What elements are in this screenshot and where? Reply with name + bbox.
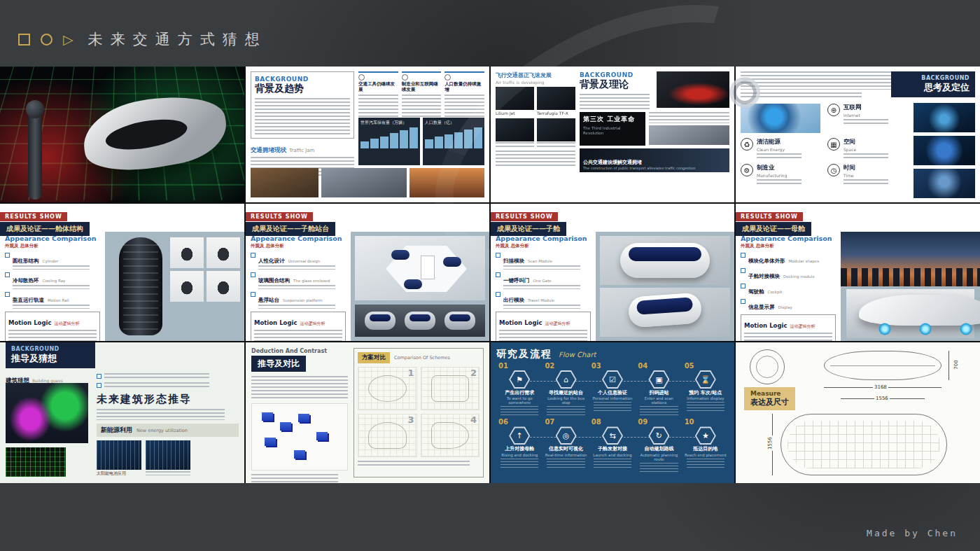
text-lines: [844, 119, 888, 125]
text-lines: [580, 94, 650, 109]
station-icon: ⌂: [557, 372, 575, 387]
dimension-width: 3168: [873, 384, 888, 390]
flying-car-cell: Lilium Jet: [496, 87, 534, 116]
trend-column-title: 交通工具仍继续发展: [358, 82, 398, 93]
docking-icon: ⇆: [603, 428, 622, 443]
hexagon-icon: ↻: [648, 426, 669, 445]
credit-text: Made by Chen: [867, 528, 958, 538]
bar: [400, 130, 408, 148]
feature-en: Docking module: [783, 274, 815, 279]
text-lines: [547, 459, 584, 469]
scifi-scene-photo: [913, 103, 975, 132]
revolution-title-zh: 第三次 工业革命: [583, 115, 642, 124]
bar-chart: [425, 127, 482, 148]
structure-thumbnail: [170, 237, 204, 268]
step-number: 08: [592, 419, 634, 426]
feature-zh: 人性化设计: [258, 258, 285, 264]
position-title: 思考及定位: [897, 81, 969, 94]
bar: [380, 137, 388, 148]
flow-step: 10 ★ 抵达目的地 Reach end placement: [682, 419, 729, 473]
motion-logic-zh: 运动逻辑分析: [300, 321, 325, 326]
step-label-zh: 寻找最近的站台: [545, 390, 587, 396]
cylinder-pod-render: [119, 237, 162, 335]
feature-item: 出行模块 Travel Module: [496, 291, 591, 309]
text-lines: [258, 305, 335, 309]
trend-column-title: 人口数量仍持续激增: [444, 82, 484, 93]
bar: [360, 141, 369, 149]
measure-label: Measure 表达及尺寸: [744, 387, 795, 410]
revolution-title-en: The Third Industrial Revolution: [583, 126, 642, 136]
top-view-sketch: [750, 349, 785, 384]
flying-car-cell: [537, 118, 575, 148]
flying-car-photo: [537, 87, 575, 110]
text-lines: [8, 330, 97, 341]
feature-zh: 一键呼叫门: [503, 277, 530, 284]
guess-kicker: BACKGROUND: [11, 346, 90, 352]
feature-item: 人性化设计 Universal design: [251, 252, 346, 270]
motion-logic-zh: 运动逻辑分析: [54, 321, 79, 326]
text-lines: [744, 333, 832, 341]
text-lines: [503, 285, 580, 289]
triangle-outline-icon: ▷: [63, 34, 74, 46]
step-number: 05: [685, 363, 727, 370]
contrast-kicker: Deduction And Contrast: [251, 348, 348, 354]
comparison-en: Comparison Of Schemes: [394, 355, 450, 361]
results-heading: RESULTS SHOW 成果及论证——子舱站台: [246, 208, 335, 236]
flow-step: 07 ◎ 信息实时可视化 Real-time information: [542, 419, 589, 473]
text-lines: [251, 376, 348, 400]
results-kicker: RESULTS SHOW: [491, 212, 558, 221]
motion-logic-box: Motion Logic运动逻辑分析: [741, 314, 836, 341]
feature-item: 子舱对接模块 Docking module: [741, 267, 836, 281]
step-number: 07: [545, 419, 587, 426]
internet-icon: ⊕: [827, 104, 840, 116]
module-cube: [265, 438, 276, 446]
positioning-keyword: ⚙ 制造业 Manufacturing: [741, 164, 820, 185]
step-label-zh: 上升对接母舱: [498, 446, 540, 452]
theory-heading: BACKGROUND 背景及理论: [580, 71, 650, 109]
text-lines: [444, 95, 484, 117]
platform-top-render: [355, 236, 485, 300]
panel-flow-chart: 研究及流程 Flow Chart 01 ⚑ 产生出行需求 To want to …: [491, 342, 734, 483]
scheme-number: 2: [470, 368, 477, 378]
trend-title: 背景及趋势: [255, 83, 350, 95]
banner-caption-en: The construction of public transport all…: [583, 166, 696, 170]
trend-kicker: BACKGROUND: [255, 76, 350, 83]
square-bullet-icon: [97, 383, 102, 388]
poster-header: ▷ 未来交通方式猜想: [18, 29, 267, 49]
text-lines: [547, 406, 584, 417]
hexagon-icon: ☑: [602, 370, 623, 389]
feature-en: Suspension platform: [283, 298, 323, 302]
scheme-comparison-box: 方案对比 Comparison Of Schemes 1 2 3 4: [354, 348, 484, 477]
panel-measure: 3168 1556 700 Measure 表达及尺寸 1556: [736, 342, 980, 483]
text-lines: [254, 330, 342, 341]
dimension-side: 1556: [767, 435, 773, 451]
public-transport-banner: 公共交通建设缓解交通拥堵 The construction of public …: [580, 148, 729, 172]
side-view-sketch: [824, 351, 941, 380]
results-title: 成果及论证——母舱: [736, 222, 811, 236]
engine-glow: [919, 323, 932, 335]
results-heading: RESULTS SHOW 成果及论证——舱体结构: [0, 208, 90, 236]
step-label-zh: 信息实时可视化: [545, 446, 587, 452]
module-cube: [298, 414, 309, 422]
text-lines: [146, 471, 190, 475]
text-lines: [537, 142, 575, 148]
bar: [444, 134, 453, 148]
air-traffic-label-en: Air traffic is developing: [496, 80, 575, 85]
structure-thumbnail: [206, 237, 240, 268]
results-kicker: RESULTS SHOW: [246, 212, 313, 221]
trend-intro-box: BACKGROUND 背景及趋势: [251, 71, 354, 139]
feature-en: Modular shapes: [789, 259, 819, 263]
engine-glow: [960, 323, 972, 335]
hexagon-icon: ↑: [509, 426, 530, 445]
text-lines: [757, 153, 802, 159]
scheme-sketch: 3: [358, 414, 417, 457]
population-icon: [444, 74, 451, 81]
step-number: 02: [545, 363, 587, 370]
energy-cell: [146, 440, 190, 477]
text-lines: [757, 179, 802, 185]
pod-render-area: [596, 232, 734, 341]
appearance-heading-zh: 外观及 总体分析: [496, 243, 591, 249]
step-label-zh: 预约 车次/站点: [685, 390, 727, 396]
square-bullet-icon: [5, 292, 10, 297]
building-guess-en: Building guess: [32, 378, 63, 383]
